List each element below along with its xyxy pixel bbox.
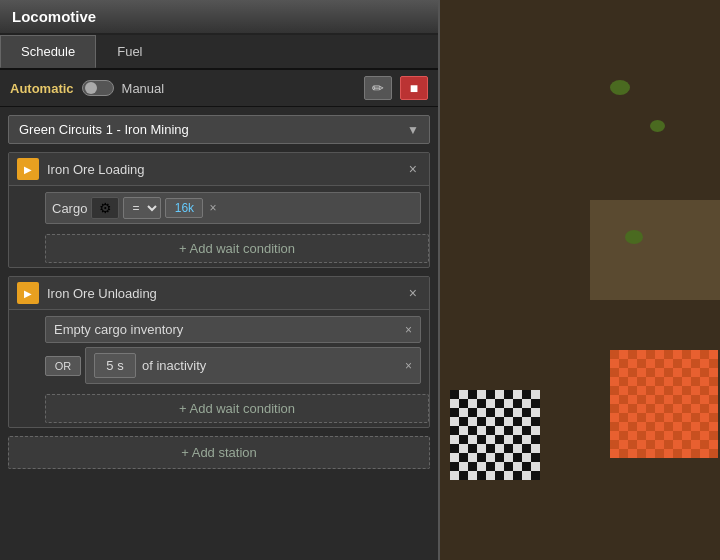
close-station-unloading[interactable]: × [405,285,421,301]
operator-select[interactable]: = ≥ ≤ [123,197,161,219]
cargo-label: Cargo [52,201,87,216]
tab-fuel[interactable]: Fuel [96,35,163,68]
close-inactivity[interactable]: × [405,359,412,373]
schedule-dropdown[interactable]: Green Circuits 1 - Iron Mining ▼ [8,115,430,144]
add-station-button[interactable]: + Add station [8,436,430,469]
add-wait-condition-loading[interactable]: + Add wait condition [45,234,429,263]
window-title: Locomotive [0,0,438,35]
inactivity-time[interactable]: 5 s [94,353,136,378]
close-cargo-condition[interactable]: × [209,201,216,215]
red-button[interactable]: ■ [400,76,428,100]
station-block-loading: ▶ Iron Ore Loading × Cargo ⚙ = ≥ ≤ [8,152,430,268]
checker-pattern [450,390,540,480]
conditions-loading: Cargo ⚙ = ≥ ≤ 16k × [9,186,429,230]
station-block-unloading: ▶ Iron Ore Unloading × Empty cargo inven… [8,276,430,428]
play-button-unloading[interactable]: ▶ [17,282,39,304]
cargo-icon-box[interactable]: ⚙ [91,197,119,219]
game-view [440,0,720,560]
conditions-unloading: Empty cargo inventory × OR 5 s of inacti… [9,310,429,390]
empty-cargo-condition: Empty cargo inventory × [45,316,421,343]
chevron-down-icon: ▼ [407,123,419,137]
station-name-loading: Iron Ore Loading [47,162,397,177]
station-header-unloading: ▶ Iron Ore Unloading × [9,277,429,310]
inactivity-condition-row: OR 5 s of inactivity × [45,347,421,384]
empty-cargo-condition-row: Empty cargo inventory × [45,316,421,343]
cargo-condition: Cargo ⚙ = ≥ ≤ 16k × [45,192,421,224]
green-patch-1 [610,80,630,95]
cargo-value[interactable]: 16k [165,198,203,218]
add-wait-condition-unloading[interactable]: + Add wait condition [45,394,429,423]
close-empty-cargo[interactable]: × [405,323,412,337]
close-station-loading[interactable]: × [405,161,421,177]
auto-label: Automatic [10,81,74,96]
tabs-bar: Schedule Fuel [0,35,438,70]
orange-area [610,350,720,460]
auto-manual-toggle[interactable] [82,80,114,96]
green-patch-2 [650,120,665,132]
inactivity-label: of inactivity [142,358,206,373]
empty-cargo-label: Empty cargo inventory [54,322,401,337]
manual-label: Manual [122,81,165,96]
station-name-unloading: Iron Ore Unloading [47,286,397,301]
or-badge: OR [45,356,81,376]
cargo-condition-row: Cargo ⚙ = ≥ ≤ 16k × [45,192,421,224]
pencil-button[interactable]: ✏ [364,76,392,100]
left-panel: Locomotive Schedule Fuel Automatic Manua… [0,0,440,560]
green-patch-3 [625,230,643,244]
controls-bar: Automatic Manual ✏ ■ [0,70,438,107]
station-header-loading: ▶ Iron Ore Loading × [9,153,429,186]
play-button-loading[interactable]: ▶ [17,158,39,180]
tab-schedule[interactable]: Schedule [0,35,96,68]
inactivity-condition: 5 s of inactivity × [85,347,421,384]
schedule-content: Green Circuits 1 - Iron Mining ▼ ▶ Iron … [0,107,438,560]
schedule-dropdown-label: Green Circuits 1 - Iron Mining [19,122,407,137]
cargo-ore-icon: ⚙ [99,200,112,216]
